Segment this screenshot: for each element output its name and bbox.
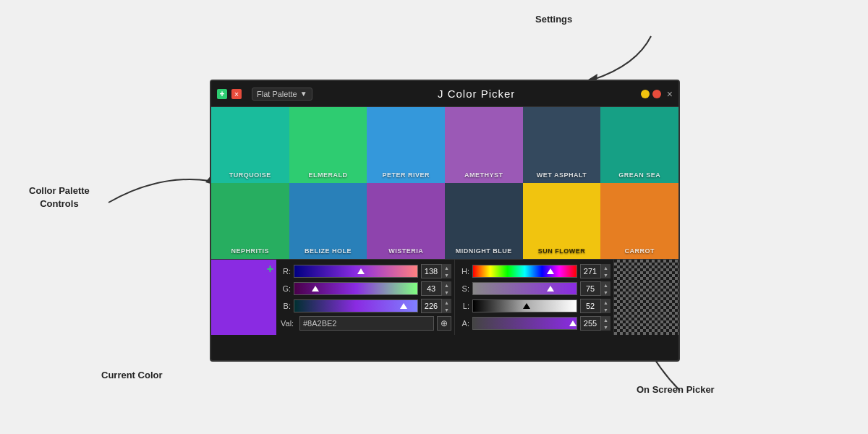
l-channel-row: L: ▲ ▼ — [459, 299, 610, 313]
rgb-controls: R: ▲ ▼ G: — [276, 260, 454, 335]
add-to-palette-button[interactable]: + — [267, 263, 273, 276]
title-bar: + × Flat Palette ▼ J Color Picker × — [211, 81, 678, 107]
palette-controls-annotation: Collor PaletteControls — [29, 184, 90, 210]
palette-grid: TURQUOISE ELMERALD PETER RIVER AMETHYST … — [211, 107, 678, 259]
h-increment[interactable]: ▲ — [600, 264, 610, 271]
b-decrement[interactable]: ▼ — [441, 306, 451, 313]
dropdown-label: Flat Palette — [257, 90, 297, 98]
a-decrement[interactable]: ▼ — [600, 323, 610, 331]
b-spinbox[interactable]: ▲ ▼ — [421, 299, 451, 313]
eyedropper-button[interactable]: ⊕ — [437, 316, 451, 331]
add-button[interactable]: + — [217, 89, 227, 99]
swatch-carrot[interactable]: CARROT — [600, 183, 678, 259]
swatch-midnight-blue[interactable]: MIDNIGHT BLUE — [445, 183, 523, 259]
g-slider[interactable] — [294, 282, 418, 295]
remove-button[interactable]: × — [231, 89, 242, 99]
a-channel-row: A: ▲ ▼ — [459, 316, 610, 331]
s-spinbox[interactable]: ▲ ▼ — [580, 281, 610, 296]
window-controls: × — [641, 88, 673, 100]
r-channel-row: R: ▲ ▼ — [281, 264, 451, 278]
s-slider[interactable] — [472, 282, 577, 295]
window-title: J Color Picker — [312, 88, 641, 100]
minimize-button[interactable] — [641, 90, 650, 98]
val-label: Val: — [281, 319, 297, 328]
a-thumb[interactable] — [569, 320, 576, 326]
swatch-wisteria[interactable]: WISTERIA — [367, 183, 445, 259]
g-label: G: — [281, 284, 291, 293]
b-increment[interactable]: ▲ — [441, 299, 451, 306]
s-label: S: — [459, 284, 469, 293]
b-slider[interactable] — [294, 299, 418, 312]
h-channel-row: H: ▲ ▼ — [459, 264, 610, 278]
maximize-button[interactable] — [652, 90, 661, 98]
swatch-belize-hole[interactable]: BELIZE HOLE — [289, 183, 367, 259]
a-slider[interactable] — [472, 317, 577, 330]
swatch-peter-river[interactable]: PETER RIVER — [367, 107, 445, 183]
a-increment[interactable]: ▲ — [600, 316, 610, 323]
swatch-wet-asphalt[interactable]: WET ASPHALT — [523, 107, 601, 183]
app-window: + × Flat Palette ▼ J Color Picker × TURQ… — [210, 80, 680, 362]
h-decrement[interactable]: ▼ — [600, 271, 610, 278]
h-slider[interactable] — [472, 265, 577, 278]
settings-annotation: Settings — [535, 13, 572, 26]
a-spinbox[interactable]: ▲ ▼ — [580, 316, 610, 331]
g-spinbox[interactable]: ▲ ▼ — [421, 281, 451, 296]
s-thumb[interactable] — [547, 286, 554, 292]
s-increment[interactable]: ▲ — [600, 281, 610, 289]
l-thumb[interactable] — [523, 303, 530, 309]
r-label: R: — [281, 267, 291, 276]
color-controls: + R: ▲ ▼ — [211, 259, 678, 335]
hex-input[interactable] — [299, 316, 434, 331]
r-increment[interactable]: ▲ — [441, 264, 451, 271]
g-channel-row: G: ▲ ▼ — [281, 281, 451, 296]
g-increment[interactable]: ▲ — [441, 281, 451, 289]
l-spinbox[interactable]: ▲ ▼ — [580, 299, 610, 313]
r-decrement[interactable]: ▼ — [441, 271, 451, 278]
swatch-nephritis[interactable]: NEPHRITIS — [211, 183, 289, 259]
h-spinbox[interactable]: ▲ ▼ — [580, 264, 610, 278]
swatch-amethyst[interactable]: AMETHYST — [445, 107, 523, 183]
val-row: Val: ⊕ — [281, 316, 451, 331]
checkerboard-picker[interactable] — [613, 260, 678, 335]
hsl-controls: H: ▲ ▼ S: — [454, 260, 613, 335]
l-decrement[interactable]: ▼ — [600, 306, 610, 313]
s-channel-row: S: ▲ ▼ — [459, 281, 610, 296]
current-color-swatch: + — [211, 260, 276, 335]
chevron-down-icon: ▼ — [300, 90, 307, 98]
on-screen-picker-annotation: On Screen Picker — [637, 383, 715, 396]
current-color-annotation: Current Color — [101, 369, 163, 382]
b-thumb[interactable] — [400, 303, 407, 309]
l-label: L: — [459, 302, 469, 310]
l-increment[interactable]: ▲ — [600, 299, 610, 306]
g-decrement[interactable]: ▼ — [441, 289, 451, 296]
palette-dropdown[interactable]: Flat Palette ▼ — [252, 88, 312, 101]
a-label: A: — [459, 319, 469, 328]
h-thumb[interactable] — [547, 268, 554, 274]
s-decrement[interactable]: ▼ — [600, 289, 610, 296]
r-slider[interactable] — [294, 265, 418, 278]
title-bar-controls: + × Flat Palette ▼ — [217, 88, 312, 101]
r-spinbox[interactable]: ▲ ▼ — [421, 264, 451, 278]
swatch-grean-sea[interactable]: GREAN SEA — [600, 107, 678, 183]
r-thumb[interactable] — [357, 268, 365, 274]
g-thumb[interactable] — [312, 286, 319, 292]
h-label: H: — [459, 267, 469, 276]
close-button[interactable]: × — [667, 88, 673, 100]
swatch-elmerald[interactable]: ELMERALD — [289, 107, 367, 183]
l-slider[interactable] — [472, 299, 577, 312]
b-label: B: — [281, 302, 291, 310]
b-channel-row: B: ▲ ▼ — [281, 299, 451, 313]
swatch-turquoise[interactable]: TURQUOISE — [211, 107, 289, 183]
swatch-sun-flower[interactable]: SUN FLOWER — [523, 183, 601, 259]
